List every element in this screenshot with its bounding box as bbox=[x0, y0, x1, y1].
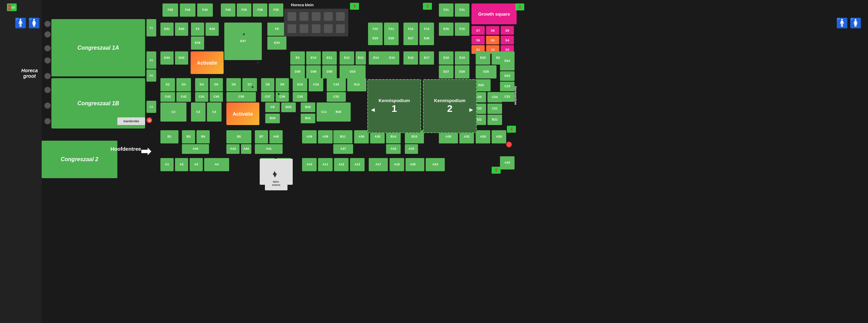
booth-E9[interactable]: E9 bbox=[290, 51, 305, 65]
booth-F21a[interactable]: F21 bbox=[439, 3, 453, 17]
booth-D38[interactable]: D38 bbox=[290, 65, 305, 78]
booth-C43[interactable]: C43 bbox=[160, 92, 175, 102]
booth-A25[interactable]: A25 bbox=[500, 156, 515, 169]
booth-C11[interactable]: C11 bbox=[317, 102, 331, 122]
booth-D33[interactable]: D33 bbox=[340, 65, 366, 78]
booth-E20[interactable]: E20 bbox=[476, 51, 490, 65]
booth-E18[interactable]: E18 bbox=[439, 51, 453, 65]
booth-A37[interactable]: A37 bbox=[333, 144, 353, 154]
booth-C32[interactable]: C32 bbox=[327, 92, 346, 102]
booth-A28[interactable]: A28 bbox=[492, 130, 506, 143]
booth-F35[interactable]: F35 bbox=[269, 3, 283, 17]
booth-C38[interactable]: C38 bbox=[226, 92, 256, 102]
booth-D1[interactable]: D1 bbox=[147, 69, 156, 82]
booth-S9[interactable]: S9 bbox=[501, 26, 514, 35]
booth-A11[interactable]: A11 bbox=[318, 158, 333, 171]
booth-D2[interactable]: D2 bbox=[160, 78, 175, 91]
booth-C4[interactable]: C4 bbox=[207, 102, 222, 122]
booth-D3[interactable]: D3 bbox=[176, 78, 191, 91]
booth-D5[interactable]: D5 bbox=[210, 78, 223, 91]
activation-1[interactable]: Activatie bbox=[191, 51, 224, 74]
booth-E38[interactable]: E38 bbox=[206, 23, 219, 36]
booth-E11[interactable]: E11 bbox=[322, 51, 337, 65]
booth-E40[interactable]: E40 bbox=[175, 23, 188, 36]
booth-A24[interactable]: A24 bbox=[426, 158, 445, 171]
activation-2[interactable]: Activatie bbox=[226, 102, 259, 125]
booth-F39[interactable]: F39 bbox=[237, 3, 251, 17]
booth-C41[interactable]: C41 bbox=[195, 92, 208, 102]
booth-D26[interactable]: D26 bbox=[455, 65, 469, 78]
booth-D36[interactable]: D36 bbox=[306, 65, 321, 78]
booth-A19[interactable]: A19 bbox=[390, 158, 404, 171]
booth-A41[interactable]: A41 bbox=[255, 144, 283, 154]
booth-D13[interactable]: D13 bbox=[347, 78, 366, 91]
booth-C22[interactable]: C22 bbox=[500, 92, 515, 102]
booth-F9[interactable]: F9 bbox=[267, 23, 286, 36]
booth-D44[interactable]: D44 bbox=[160, 51, 174, 65]
booth-D9[interactable]: D9 bbox=[276, 78, 289, 91]
booth-C23[interactable]: C23 bbox=[500, 82, 515, 91]
booth-D6[interactable]: D6 bbox=[226, 78, 241, 91]
booth-A44[interactable]: A44 bbox=[182, 144, 209, 154]
booth-B31[interactable]: B31 bbox=[301, 114, 315, 123]
booth-B4[interactable]: B4 bbox=[197, 130, 210, 143]
kennispodium-2[interactable]: Kennispodium 2 ► bbox=[423, 79, 477, 133]
booth-B7[interactable]: B7 bbox=[255, 130, 268, 143]
booth-E28[interactable]: E28 bbox=[384, 32, 399, 45]
booth-C1[interactable]: C1 bbox=[147, 101, 156, 113]
booth-F45[interactable]: F45 bbox=[162, 3, 178, 17]
booth-C34[interactable]: C34 bbox=[309, 78, 323, 91]
booth-C8[interactable]: C8 bbox=[265, 102, 280, 112]
booth-D27[interactable]: D27 bbox=[439, 65, 453, 78]
booth-A38[interactable]: A38 bbox=[318, 130, 333, 143]
booth-C42[interactable]: C42 bbox=[176, 92, 191, 102]
booth-D43[interactable]: D43 bbox=[175, 51, 188, 65]
booth-C21[interactable]: C21 bbox=[487, 103, 502, 114]
booth-D8[interactable]: D8 bbox=[261, 78, 274, 91]
booth-A20[interactable]: A20 bbox=[406, 158, 420, 171]
booth-A40[interactable]: A40 bbox=[269, 130, 283, 143]
booth-S4[interactable]: S4 bbox=[501, 36, 514, 44]
booth-B34[interactable]: B34 bbox=[265, 114, 280, 123]
booth-C37[interactable]: C37 bbox=[261, 92, 274, 102]
booth-D37[interactable]: D37 bbox=[224, 23, 262, 60]
booth-E10[interactable]: E10 bbox=[306, 51, 321, 65]
booth-B3[interactable]: B3 bbox=[182, 130, 195, 143]
booth-A36[interactable]: A36 bbox=[354, 130, 369, 143]
booth-F44[interactable]: F44 bbox=[180, 3, 195, 17]
booth-A2[interactable]: A2 bbox=[175, 158, 188, 171]
booth-A1[interactable]: A1 bbox=[160, 158, 174, 171]
booth-E27[interactable]: E27 bbox=[403, 32, 418, 45]
booth-E14[interactable]: E14 bbox=[369, 51, 383, 65]
booth-D10[interactable]: D10 bbox=[293, 78, 307, 91]
booth-E12[interactable]: E12 bbox=[340, 51, 354, 65]
booth-A33[interactable]: A33 bbox=[405, 144, 418, 154]
booth-E19[interactable]: E19 bbox=[455, 51, 469, 65]
booth-E25[interactable]: E25 bbox=[439, 23, 453, 36]
booth-S6[interactable]: S6 bbox=[471, 36, 485, 44]
booth-B33[interactable]: B33 bbox=[281, 102, 296, 112]
booth-E16[interactable]: E16 bbox=[403, 51, 418, 65]
booth-C2[interactable]: C2 bbox=[160, 102, 186, 122]
booth-A3[interactable]: A3 bbox=[190, 158, 203, 171]
booth-A43[interactable]: A43 bbox=[226, 144, 240, 154]
booth-B1[interactable]: B1 bbox=[160, 130, 178, 143]
booth-D25[interactable]: D25 bbox=[476, 65, 496, 78]
booth-E17[interactable]: E17 bbox=[419, 51, 434, 65]
booth-C33[interactable]: C33 bbox=[327, 78, 346, 91]
booth-A39[interactable]: A39 bbox=[302, 130, 317, 143]
booth-C3[interactable]: C3 bbox=[191, 102, 206, 122]
booth-E29[interactable]: E29 bbox=[368, 32, 383, 45]
booth-D23[interactable]: D23 bbox=[500, 71, 515, 81]
booth-A4[interactable]: A4 bbox=[204, 158, 229, 171]
booth-S8[interactable]: S8 bbox=[486, 26, 499, 35]
booth-D24[interactable]: D24 bbox=[500, 51, 515, 71]
booth-A13[interactable]: A13 bbox=[350, 158, 365, 171]
booth-A10[interactable]: A10 bbox=[302, 158, 317, 171]
booth-F21b[interactable]: F21 bbox=[455, 3, 469, 17]
booth-D35[interactable]: D35 bbox=[322, 65, 337, 78]
booth-S5[interactable]: S5 bbox=[486, 36, 499, 44]
booth-E13[interactable]: E13 bbox=[356, 51, 366, 65]
booth-F43[interactable]: F43 bbox=[197, 3, 213, 17]
booth-B21[interactable]: B21 bbox=[487, 115, 502, 125]
